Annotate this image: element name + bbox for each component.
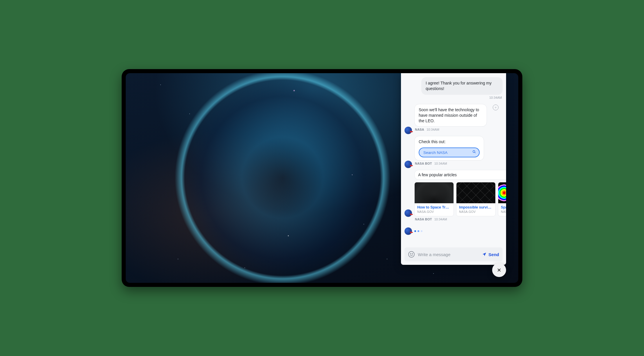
- article-card[interactable]: How to Space Travel NASA.GOV: [414, 182, 454, 216]
- svg-point-4: [409, 251, 414, 257]
- typing-dots-icon: [414, 230, 422, 232]
- chat-widget: I agree! Thank you for answering my ques…: [401, 73, 506, 265]
- article-source: NASA.GOV: [417, 210, 451, 213]
- bot-time: 10:34AM: [434, 162, 447, 165]
- bot-search-bubble: Check this out:: [414, 136, 484, 161]
- bot-time: 10:34AM: [434, 217, 447, 221]
- message-row-bot-search: Check this out: NASA BOT: [404, 136, 503, 168]
- nasa-avatar-icon: [404, 161, 412, 168]
- send-button[interactable]: Send: [482, 252, 499, 257]
- article-thumb-icon: [456, 182, 495, 203]
- search-input[interactable]: [419, 148, 480, 157]
- chat-message-list[interactable]: I agree! Thank you for answering my ques…: [401, 73, 506, 244]
- search-icon[interactable]: [472, 150, 476, 155]
- agent-name: NASA: [415, 128, 424, 131]
- composer: Send: [404, 247, 503, 261]
- agent-time: 10:34AM: [427, 128, 439, 131]
- article-title: Spa: [501, 205, 506, 209]
- article-thumb-icon: [498, 182, 506, 203]
- agent-message-meta: NASA 10:34AM: [415, 128, 486, 131]
- article-title: Impossible survival: [459, 205, 493, 209]
- user-message-bubble: I agree! Thank you for answering my ques…: [421, 77, 503, 95]
- user-message-time: 10:34AM: [489, 96, 502, 99]
- bot-search-meta: NASA BOT 10:34AM: [415, 162, 483, 165]
- bot-name: NASA BOT: [415, 162, 432, 165]
- article-card[interactable]: Impossible survival NASA.GOV: [456, 182, 496, 216]
- svg-point-5: [410, 253, 411, 254]
- bot-search-prompt: Check this out:: [419, 139, 480, 145]
- article-source: NASA.GOV: [459, 210, 493, 213]
- send-icon: [482, 252, 487, 257]
- emoji-picker-icon[interactable]: [408, 251, 415, 258]
- agent-message-bubble: Soon we'll have the technology to have m…: [414, 104, 487, 127]
- nasa-avatar-icon: [404, 227, 412, 235]
- svg-point-0: [495, 107, 495, 107]
- svg-line-3: [475, 152, 476, 153]
- bot-name: NASA BOT: [415, 217, 432, 221]
- wallpaper-nebula: I agree! Thank you for answering my ques…: [126, 73, 518, 283]
- articles-heading: A few popular articles: [414, 170, 506, 180]
- articles-meta: NASA BOT 10:34AM: [415, 217, 506, 221]
- svg-point-1: [496, 107, 496, 107]
- typing-indicator: [404, 226, 503, 235]
- message-row-user: I agree! Thank you for answering my ques…: [404, 77, 503, 102]
- close-chat-button[interactable]: [492, 263, 506, 277]
- svg-point-6: [412, 253, 413, 254]
- send-label: Send: [488, 252, 499, 257]
- react-smiley-icon[interactable]: [493, 105, 499, 110]
- nasa-avatar-icon: [404, 127, 412, 134]
- article-carousel[interactable]: How to Space Travel NASA.GOV Impossible …: [414, 182, 506, 216]
- article-thumb-icon: [415, 182, 454, 203]
- article-card[interactable]: Spa NAS: [498, 182, 506, 216]
- message-input[interactable]: [418, 252, 479, 257]
- nasa-avatar-icon: [404, 209, 412, 217]
- article-title: How to Space Travel: [417, 205, 451, 209]
- close-icon: [497, 268, 501, 272]
- device-frame: I agree! Thank you for answering my ques…: [122, 69, 522, 287]
- svg-point-2: [473, 151, 475, 153]
- message-row-articles: A few popular articles How to Space Trav…: [404, 170, 503, 224]
- message-row-agent: Soon we'll have the technology to have m…: [404, 104, 503, 134]
- article-source: NAS: [501, 210, 506, 213]
